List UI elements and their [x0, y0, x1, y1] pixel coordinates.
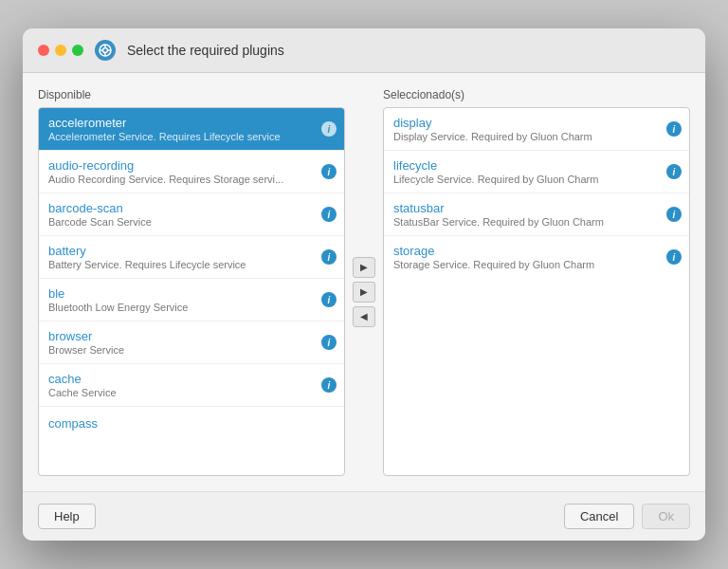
maximize-button[interactable]	[72, 45, 83, 56]
title-bar: Select the required plugins	[23, 28, 705, 73]
traffic-lights	[38, 45, 83, 56]
help-button[interactable]: Help	[38, 504, 96, 529]
footer: Help Cancel Ok	[23, 491, 705, 541]
list-item[interactable]: lifecycle Lifecycle Service. Required by…	[384, 151, 689, 193]
add-all-button[interactable]: ▶	[353, 282, 375, 303]
info-icon[interactable]: i	[321, 121, 337, 137]
list-item[interactable]: ble Bluetooth Low Energy Service i	[39, 279, 344, 321]
info-icon[interactable]: i	[321, 207, 337, 222]
cancel-button[interactable]: Cancel	[564, 504, 634, 529]
minimize-button[interactable]	[55, 45, 66, 56]
available-list-scroll[interactable]: accelerometer Accelerometer Service. Req…	[39, 108, 344, 475]
list-item[interactable]: browser Browser Service i	[39, 321, 344, 364]
content-area: Disponible accelerometer Accelerometer S…	[23, 73, 705, 491]
list-item[interactable]: cache Cache Service i	[39, 364, 344, 407]
info-icon[interactable]: i	[321, 335, 337, 350]
list-item[interactable]: storage Storage Service. Required by Glu…	[384, 236, 689, 278]
transfer-buttons: ▶ ▶ ◀	[345, 107, 383, 476]
info-icon[interactable]: i	[321, 164, 337, 179]
available-list-container: accelerometer Accelerometer Service. Req…	[38, 107, 345, 476]
app-icon	[95, 40, 116, 61]
list-item[interactable]: battery Battery Service. Requires Lifecy…	[39, 236, 344, 279]
list-item[interactable]: statusbar StatusBar Service. Required by…	[384, 193, 689, 236]
dialog-title: Select the required plugins	[127, 43, 284, 58]
right-panel-label: Seleccionado(s)	[383, 88, 690, 101]
info-icon[interactable]: i	[666, 249, 682, 265]
info-icon[interactable]: i	[321, 377, 337, 393]
list-item[interactable]: audio-recording Audio Recording Service.…	[39, 151, 344, 193]
list-item[interactable]: compass	[39, 407, 344, 433]
main-window: Select the required plugins Disponible a…	[23, 28, 705, 541]
left-panel-label: Disponible	[38, 88, 345, 101]
info-icon[interactable]: i	[321, 249, 337, 265]
selected-list-container: display Display Service. Required by Glu…	[383, 107, 690, 476]
info-icon[interactable]: i	[666, 164, 682, 179]
info-icon[interactable]: i	[666, 121, 682, 137]
info-icon[interactable]: i	[666, 207, 682, 222]
selected-list-scroll[interactable]: display Display Service. Required by Glu…	[384, 108, 689, 475]
list-item[interactable]: barcode-scan Barcode Scan Service i	[39, 193, 344, 236]
add-button[interactable]: ▶	[353, 257, 375, 278]
remove-button[interactable]: ◀	[353, 306, 375, 327]
close-button[interactable]	[38, 45, 49, 56]
info-icon[interactable]: i	[321, 292, 337, 307]
list-item[interactable]: display Display Service. Required by Glu…	[384, 108, 689, 151]
list-item[interactable]: accelerometer Accelerometer Service. Req…	[39, 108, 344, 151]
right-panel: Seleccionado(s) display Display Service.…	[383, 88, 690, 476]
ok-button[interactable]: Ok	[642, 504, 690, 529]
left-panel: Disponible accelerometer Accelerometer S…	[38, 88, 345, 476]
svg-point-1	[103, 48, 108, 53]
